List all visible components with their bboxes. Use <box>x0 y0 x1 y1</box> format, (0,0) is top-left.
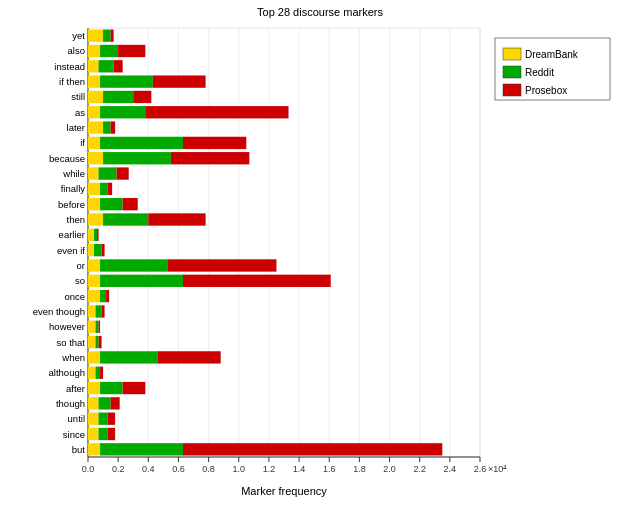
svg-rect-146 <box>111 397 120 409</box>
svg-rect-82 <box>171 152 249 164</box>
svg-rect-158 <box>183 443 442 455</box>
svg-rect-52 <box>88 45 100 57</box>
svg-text:earlier: earlier <box>59 229 85 240</box>
svg-rect-68 <box>88 106 100 118</box>
svg-rect-132 <box>88 351 100 363</box>
svg-text:Reddit: Reddit <box>525 67 554 78</box>
svg-rect-72 <box>88 121 103 133</box>
svg-text:1.2: 1.2 <box>263 464 276 474</box>
svg-rect-152 <box>88 428 99 440</box>
svg-rect-105 <box>94 244 102 256</box>
svg-text:still: still <box>71 91 85 102</box>
svg-rect-56 <box>88 60 99 72</box>
svg-text:once: once <box>64 291 85 302</box>
svg-rect-150 <box>108 413 116 425</box>
svg-rect-117 <box>100 290 106 302</box>
svg-rect-57 <box>99 60 114 72</box>
svg-rect-49 <box>103 30 111 42</box>
svg-rect-144 <box>88 397 99 409</box>
svg-rect-109 <box>100 259 168 271</box>
svg-rect-128 <box>88 336 96 348</box>
svg-rect-136 <box>88 367 96 379</box>
svg-rect-86 <box>117 167 129 179</box>
svg-rect-90 <box>108 183 113 195</box>
svg-rect-108 <box>88 259 100 271</box>
svg-rect-122 <box>102 305 105 317</box>
svg-rect-137 <box>96 367 101 379</box>
svg-rect-60 <box>88 75 100 87</box>
svg-rect-96 <box>88 213 103 225</box>
svg-rect-118 <box>106 290 109 302</box>
svg-rect-116 <box>88 290 100 302</box>
svg-rect-77 <box>100 137 183 149</box>
svg-rect-48 <box>88 30 103 42</box>
svg-text:so that: so that <box>56 337 85 348</box>
svg-text:but: but <box>72 444 86 455</box>
svg-text:0.8: 0.8 <box>202 464 215 474</box>
svg-rect-126 <box>99 321 101 333</box>
svg-text:2.2: 2.2 <box>413 464 426 474</box>
svg-text:0.4: 0.4 <box>142 464 155 474</box>
svg-rect-62 <box>153 75 206 87</box>
svg-rect-53 <box>100 45 118 57</box>
svg-text:later: later <box>67 122 85 133</box>
svg-text:1.0: 1.0 <box>233 464 246 474</box>
svg-rect-94 <box>123 198 138 210</box>
svg-text:Prosebox: Prosebox <box>525 85 567 96</box>
svg-text:DreamBank: DreamBank <box>525 49 579 60</box>
svg-rect-76 <box>88 137 100 149</box>
svg-rect-106 <box>102 244 105 256</box>
svg-rect-58 <box>114 60 123 72</box>
svg-text:0.2: 0.2 <box>112 464 125 474</box>
svg-rect-153 <box>99 428 108 440</box>
svg-rect-156 <box>88 443 100 455</box>
svg-rect-78 <box>183 137 246 149</box>
svg-rect-97 <box>103 213 148 225</box>
svg-text:Marker frequency: Marker frequency <box>241 485 327 497</box>
svg-rect-113 <box>100 275 183 287</box>
svg-rect-140 <box>88 382 100 394</box>
svg-text:or: or <box>77 260 85 271</box>
svg-rect-120 <box>88 305 96 317</box>
bar-chart: Top 28 discourse markers0.00.20.40.60.81… <box>0 0 640 512</box>
svg-rect-149 <box>99 413 108 425</box>
svg-text:although: although <box>49 367 85 378</box>
svg-rect-163 <box>503 66 521 78</box>
svg-text:2.0: 2.0 <box>383 464 396 474</box>
svg-text:however: however <box>49 321 85 332</box>
svg-text:×10⁴: ×10⁴ <box>488 464 507 474</box>
svg-text:as: as <box>75 107 85 118</box>
svg-rect-61 <box>100 75 153 87</box>
svg-text:until: until <box>68 413 85 424</box>
svg-rect-64 <box>88 91 103 103</box>
svg-text:1.6: 1.6 <box>323 464 336 474</box>
svg-rect-104 <box>88 244 94 256</box>
svg-text:even if: even if <box>57 245 85 256</box>
svg-rect-50 <box>111 30 114 42</box>
svg-rect-88 <box>88 183 100 195</box>
svg-text:if then: if then <box>59 76 85 87</box>
svg-rect-130 <box>99 336 102 348</box>
svg-text:so: so <box>75 275 85 286</box>
svg-text:1.8: 1.8 <box>353 464 366 474</box>
svg-text:after: after <box>66 383 85 394</box>
svg-rect-92 <box>88 198 100 210</box>
svg-rect-124 <box>88 321 96 333</box>
svg-text:because: because <box>49 153 85 164</box>
svg-text:then: then <box>67 214 86 225</box>
svg-text:also: also <box>68 45 85 56</box>
svg-rect-154 <box>108 428 116 440</box>
svg-rect-134 <box>157 351 220 363</box>
svg-rect-54 <box>118 45 145 57</box>
svg-rect-121 <box>96 305 102 317</box>
svg-rect-100 <box>88 229 94 241</box>
svg-rect-65 <box>103 91 133 103</box>
svg-text:even though: even though <box>33 306 85 317</box>
svg-rect-133 <box>100 351 157 363</box>
chart-container: Top 28 discourse markers0.00.20.40.60.81… <box>0 0 640 512</box>
svg-rect-129 <box>96 336 99 348</box>
svg-rect-165 <box>503 84 521 96</box>
svg-rect-114 <box>183 275 331 287</box>
svg-text:though: though <box>56 398 85 409</box>
svg-text:before: before <box>58 199 85 210</box>
